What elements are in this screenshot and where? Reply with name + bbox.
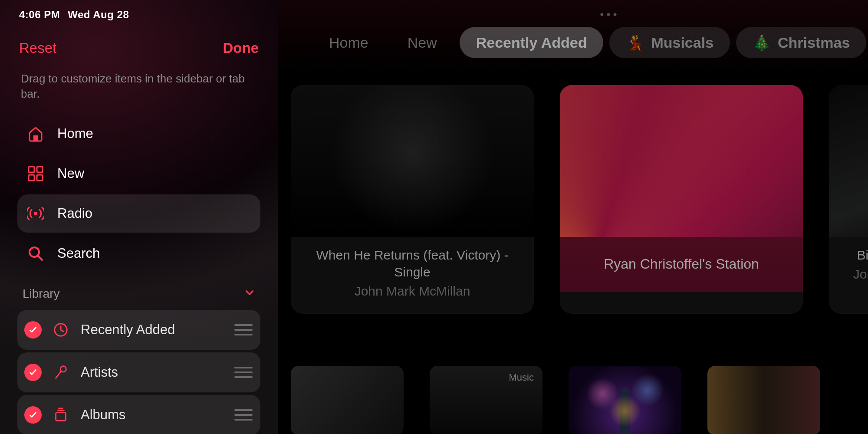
sidebar-item-search[interactable]: Search	[17, 234, 260, 273]
microphone-icon	[51, 363, 70, 382]
card-title: When He Returns (feat. Victory) - Single	[301, 247, 523, 280]
card-title: Ryan Christoffel's Station	[570, 255, 792, 273]
svg-rect-3	[37, 175, 43, 181]
thumbnail-item[interactable]: Music	[430, 366, 542, 434]
library-item-label: Albums	[81, 407, 234, 423]
library-item-label: Artists	[81, 365, 234, 380]
svg-rect-2	[29, 175, 34, 181]
radio-icon	[26, 204, 45, 223]
sidebar-item-label: Radio	[57, 206, 92, 221]
checkmark-icon[interactable]	[24, 406, 42, 424]
tree-emoji-icon: 🎄	[753, 34, 771, 51]
album-card[interactable]: When He Returns (feat. Victory) - Single…	[291, 85, 534, 314]
thumbnail-item[interactable]	[291, 366, 404, 434]
drag-handle-icon[interactable]	[234, 367, 253, 378]
svg-line-6	[38, 256, 42, 260]
reset-button[interactable]: Reset	[19, 40, 56, 56]
done-button[interactable]: Done	[223, 40, 259, 56]
tab-musicals[interactable]: 💃Musicals	[609, 27, 730, 58]
tab-label: Home	[329, 34, 368, 51]
drag-handle-icon[interactable]	[234, 324, 253, 335]
sidebar-edit-panel: 4:06 PM Wed Aug 28 Reset Done Drag to cu…	[0, 0, 278, 434]
album-stack-icon	[51, 405, 70, 424]
recently-added-row: When He Returns (feat. Victory) - Single…	[278, 58, 868, 314]
sidebar-item-label: Search	[57, 246, 100, 261]
library-header-label: Library	[23, 287, 60, 301]
svg-point-4	[34, 212, 37, 215]
svg-rect-10	[56, 412, 66, 421]
sidebar-hint: Drag to customize items in the sidebar o…	[17, 70, 260, 113]
tab-label: Musicals	[651, 34, 713, 51]
library-item-recently-added[interactable]: Recently Added	[17, 310, 260, 350]
sidebar-item-label: Home	[57, 126, 93, 141]
status-bar: 4:06 PM Wed Aug 28	[17, 8, 260, 33]
checkmark-icon[interactable]	[24, 321, 42, 339]
status-date: Wed Aug 28	[68, 9, 129, 21]
svg-line-9	[56, 371, 61, 378]
dancer-emoji-icon: 💃	[626, 34, 644, 51]
checkmark-icon[interactable]	[24, 364, 42, 381]
apple-music-badge: Music	[509, 372, 534, 383]
album-card-partial[interactable]: Bind Us T Jordan & S Th	[829, 85, 868, 314]
thumbnail-item[interactable]	[569, 366, 681, 434]
tab-recently-added[interactable]: Recently Added	[460, 27, 604, 58]
svg-rect-1	[37, 167, 43, 172]
card-subtitle: John Mark McMillan	[301, 284, 523, 299]
station-artwork	[560, 85, 803, 237]
main-content: ••• Home New Recently Added 💃Musicals 🎄C…	[278, 0, 868, 434]
album-artwork	[829, 85, 868, 237]
library-item-label: Recently Added	[81, 322, 234, 338]
card-title: Bind Us T	[839, 247, 868, 263]
tab-new[interactable]: New	[391, 27, 454, 58]
station-card[interactable]: Ryan Christoffel's Station	[560, 85, 803, 314]
svg-rect-0	[29, 167, 34, 172]
drag-handle-icon[interactable]	[234, 409, 253, 421]
home-icon	[26, 124, 45, 143]
clock-icon	[51, 320, 70, 339]
grid-icon	[26, 164, 45, 183]
card-subtitle: Jordan & S	[839, 267, 868, 282]
secondary-row: Music	[278, 314, 868, 434]
tab-label: Christmas	[778, 34, 850, 51]
thumbnail-item[interactable]	[707, 366, 820, 434]
top-tab-bar: Home New Recently Added 💃Musicals 🎄Chris…	[278, 0, 868, 58]
tab-christmas[interactable]: 🎄Christmas	[736, 27, 866, 58]
tab-label: New	[408, 34, 437, 51]
library-section-header[interactable]: Library	[17, 274, 260, 307]
album-artwork	[291, 85, 534, 237]
tab-home[interactable]: Home	[312, 27, 385, 58]
sidebar-item-radio[interactable]: Radio	[17, 194, 260, 233]
sidebar-item-label: New	[57, 166, 84, 181]
status-time: 4:06 PM	[19, 9, 60, 21]
sidebar-item-home[interactable]: Home	[17, 115, 260, 153]
sidebar-item-new[interactable]: New	[17, 155, 260, 193]
card-subtitle-2: Th	[839, 285, 868, 300]
tab-label: Recently Added	[476, 34, 587, 51]
chevron-down-icon	[244, 286, 255, 301]
library-item-artists[interactable]: Artists	[17, 352, 260, 392]
search-icon	[26, 244, 45, 263]
grabber-dots-icon[interactable]: •••	[600, 8, 619, 21]
library-item-albums[interactable]: Albums	[17, 395, 260, 434]
